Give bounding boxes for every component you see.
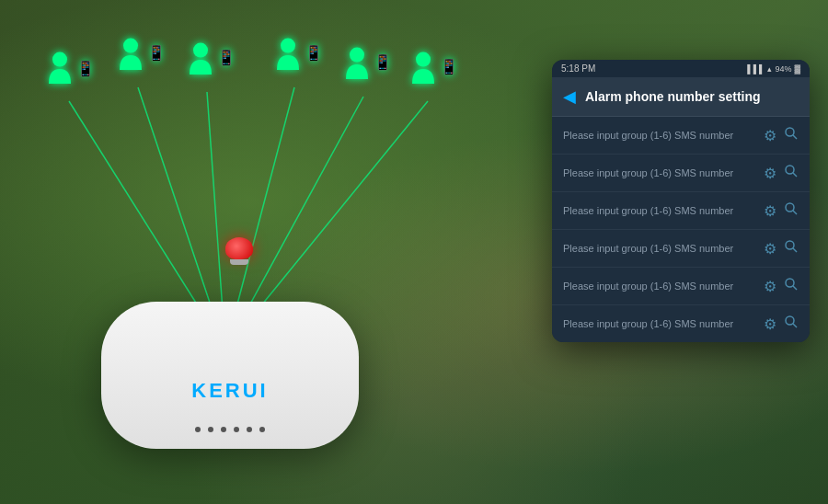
- gear-icon-5[interactable]: ⚙: [764, 278, 776, 295]
- svg-point-9: [281, 39, 295, 53]
- svg-point-20: [786, 279, 794, 287]
- svg-line-21: [793, 286, 797, 290]
- svg-point-16: [786, 203, 794, 212]
- list-item-text-3: Please input group (1-6) SMS number: [563, 205, 764, 216]
- svg-point-6: [52, 52, 67, 67]
- svg-point-11: [416, 52, 431, 67]
- gear-icon-6[interactable]: ⚙: [764, 315, 776, 333]
- svg-point-10: [350, 48, 364, 63]
- device-body: KERUI: [101, 302, 359, 449]
- person-icon-5: 📱: [339, 46, 375, 83]
- panel-title: Alarm phone number setting: [585, 89, 761, 104]
- gear-icon-3[interactable]: ⚙: [764, 202, 776, 220]
- person-icon-4: 📱: [270, 37, 306, 74]
- battery-icon: ▓: [794, 64, 800, 74]
- search-icon-2[interactable]: [784, 164, 799, 182]
- device-light-2: [208, 427, 213, 432]
- battery-label: 94%: [775, 64, 791, 74]
- back-button[interactable]: ◀: [563, 86, 576, 107]
- search-icon-1[interactable]: [784, 126, 799, 144]
- list-item-6: Please input group (1-6) SMS number ⚙: [552, 305, 810, 342]
- svg-point-14: [786, 166, 794, 174]
- svg-point-8: [193, 43, 208, 58]
- status-icons: ▌▌▌ ▴ 94% ▓: [747, 64, 800, 74]
- list-item-3: Please input group (1-6) SMS number ⚙: [552, 192, 810, 230]
- device-brand: KERUI: [191, 379, 268, 403]
- list-item-5: Please input group (1-6) SMS number ⚙: [552, 268, 810, 305]
- svg-line-17: [793, 211, 797, 214]
- alarm-dome: [225, 237, 253, 259]
- device-light-4: [234, 427, 239, 432]
- list-item-2: Please input group (1-6) SMS number ⚙: [552, 155, 810, 192]
- person-icon-3: 📱: [182, 41, 219, 78]
- device-light-3: [221, 427, 226, 432]
- gear-icon-2[interactable]: ⚙: [764, 165, 776, 182]
- list-item-4: Please input group (1-6) SMS number ⚙: [552, 230, 810, 268]
- device-light-5: [247, 427, 252, 432]
- search-icon-3[interactable]: [784, 201, 799, 220]
- device-lights: [195, 427, 265, 432]
- list-item-text-2: Please input group (1-6) SMS number: [563, 167, 764, 178]
- device-light-1: [195, 427, 201, 432]
- svg-point-12: [786, 128, 794, 136]
- alarm-light: [225, 237, 253, 265]
- list-item-text-6: Please input group (1-6) SMS number: [563, 318, 764, 329]
- gear-icon-4[interactable]: ⚙: [764, 240, 776, 258]
- search-icon-4[interactable]: [784, 239, 799, 258]
- list-item-text-5: Please input group (1-6) SMS number: [563, 281, 764, 292]
- gear-icon-1[interactable]: ⚙: [764, 127, 776, 144]
- svg-point-22: [786, 316, 794, 325]
- list-item-text-1: Please input group (1-6) SMS number: [563, 130, 764, 141]
- device-light-6: [259, 427, 265, 432]
- svg-line-19: [793, 248, 797, 252]
- status-time: 5:18 PM: [561, 63, 595, 74]
- alarm-base: [230, 259, 248, 265]
- svg-line-13: [793, 135, 797, 139]
- list-item-1: Please input group (1-6) SMS number ⚙: [552, 117, 810, 155]
- person-icon-6: 📱: [405, 51, 442, 87]
- svg-line-23: [793, 324, 797, 327]
- signal-icon: ▌▌▌: [747, 64, 765, 74]
- svg-point-18: [786, 241, 794, 249]
- svg-point-7: [123, 39, 138, 53]
- phone-status-bar: 5:18 PM ▌▌▌ ▴ 94% ▓: [552, 60, 810, 77]
- wifi-icon: ▴: [767, 64, 772, 74]
- svg-line-15: [793, 173, 797, 177]
- search-icon-6[interactable]: [784, 315, 799, 333]
- phone-panel: 5:18 PM ▌▌▌ ▴ 94% ▓ ◀ Alarm phone number…: [552, 60, 810, 342]
- person-icon-1: 📱: [41, 51, 78, 87]
- list-item-text-4: Please input group (1-6) SMS number: [563, 243, 764, 254]
- person-icon-2: 📱: [112, 37, 149, 74]
- phone-list: Please input group (1-6) SMS number ⚙ Pl…: [552, 117, 810, 342]
- search-icon-5[interactable]: [784, 277, 799, 295]
- phone-header: ◀ Alarm phone number setting: [552, 77, 810, 117]
- kerui-device: KERUI: [92, 265, 386, 449]
